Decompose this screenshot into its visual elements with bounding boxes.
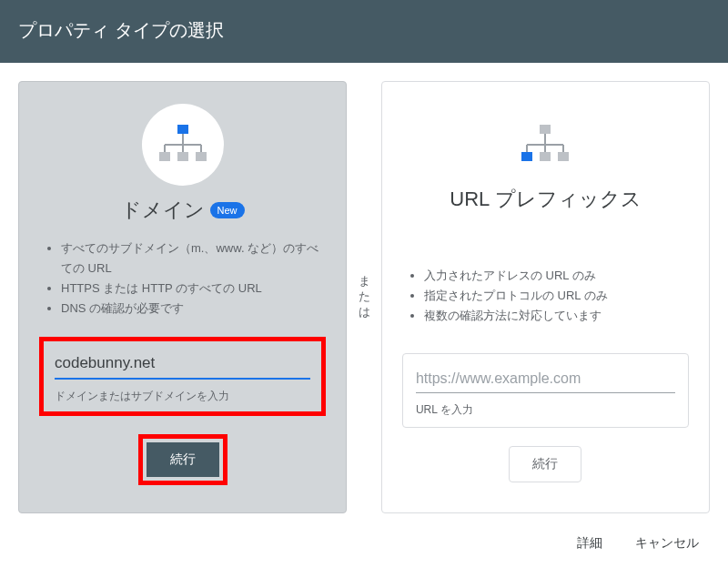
svg-rect-9 (540, 125, 551, 134)
list-item: HTTPS または HTTP のすべての URL (61, 279, 326, 299)
domain-title-row: ドメイン New (121, 197, 245, 224)
svg-rect-6 (159, 152, 170, 161)
details-link[interactable]: 詳細 (577, 535, 602, 552)
domain-icon-circle (142, 104, 224, 186)
url-prefix-card[interactable]: URL プレフィックス 入力されたアドレスの URL のみ 指定されたプロトコル… (381, 81, 710, 513)
domain-title: ドメイン (121, 197, 205, 224)
domain-submit-wrap: 続行 (138, 434, 228, 485)
main-content: ドメイン New すべてのサブドメイン（m.、www. など）のすべての URL… (0, 63, 728, 522)
url-prefix-title: URL プレフィックス (450, 186, 641, 213)
list-item: DNS の確認が必要です (61, 299, 326, 319)
list-item: 複数の確認方法に対応しています (424, 306, 689, 326)
svg-rect-15 (521, 152, 532, 161)
url-input[interactable] (416, 367, 675, 393)
url-feature-list: 入力されたアドレスの URL のみ 指定されたプロトコルの URL のみ 複数の… (402, 266, 689, 326)
url-input-helper: URL を入力 (416, 402, 675, 418)
list-item: 指定されたプロトコルの URL のみ (424, 286, 689, 306)
dialog-header: プロパティ タイプの選択 (0, 0, 728, 63)
url-input-block: URL を入力 (402, 353, 689, 428)
svg-rect-16 (540, 152, 551, 161)
svg-rect-7 (177, 152, 188, 161)
url-submit-wrap: 続行 (509, 446, 581, 482)
url-icon-wrap (520, 104, 571, 186)
list-item: すべてのサブドメイン（m.、www. など）のすべての URL (61, 238, 326, 279)
svg-rect-8 (196, 152, 207, 161)
dialog-footer: 詳細 キャンセル (0, 522, 728, 552)
svg-rect-17 (558, 152, 569, 161)
sitemap-icon (157, 125, 208, 165)
domain-input[interactable] (55, 350, 310, 380)
or-divider: また は (354, 274, 374, 320)
domain-feature-list: すべてのサブドメイン（m.、www. など）のすべての URL HTTPS また… (39, 238, 326, 319)
domain-card[interactable]: ドメイン New すべてのサブドメイン（m.、www. など）のすべての URL… (18, 81, 347, 513)
svg-rect-0 (177, 125, 188, 134)
domain-input-helper: ドメインまたはサブドメインを入力 (55, 389, 310, 404)
list-item: 入力されたアドレスの URL のみ (424, 266, 689, 286)
dialog-title: プロパティ タイプの選択 (18, 20, 224, 40)
cancel-link[interactable]: キャンセル (635, 535, 699, 552)
new-badge: New (210, 202, 245, 218)
sitemap-icon (520, 125, 571, 165)
domain-continue-button[interactable]: 続行 (147, 442, 219, 477)
domain-input-block: ドメインまたはサブドメインを入力 (39, 337, 326, 416)
url-continue-button[interactable]: 続行 (509, 446, 581, 482)
